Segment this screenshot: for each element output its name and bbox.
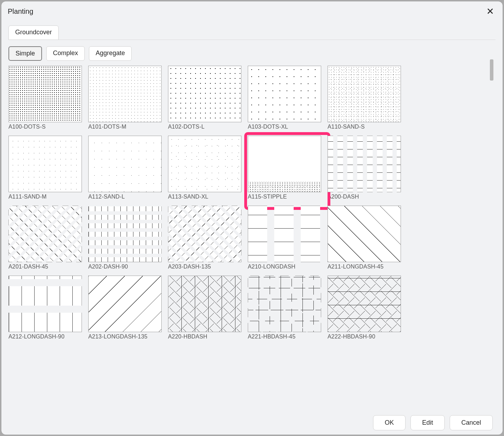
pattern-a100-dots-s[interactable]: A100-DOTS-S [8, 66, 82, 130]
filter-complex[interactable]: Complex [46, 46, 85, 61]
pattern-label: A101-DOTS-M [88, 124, 162, 130]
pattern-label: A112-SAND-L [88, 194, 162, 200]
pattern-a113-sand-xl[interactable]: A113-SAND-XL [168, 136, 241, 200]
pattern-label: A102-DOTS-L [168, 124, 241, 130]
pattern-label: A201-DASH-45 [8, 264, 82, 270]
pattern-a102-dots-l[interactable]: A102-DOTS-L [168, 66, 241, 130]
pattern-label: A210-LONGDASH [248, 264, 321, 270]
pattern-label: A203-DASH-135 [168, 264, 241, 270]
pattern-a220-hbdash[interactable]: A220-HBDASH [168, 276, 241, 340]
content-area: Groundcover Simple Complex Aggregate A10… [1, 21, 503, 435]
pattern-swatch [328, 276, 401, 332]
dialog-footer: OK Edit Cancel [1, 411, 503, 435]
pattern-a213-longdash-135[interactable]: A213-LONGDASH-135 [88, 276, 162, 340]
pattern-swatch [8, 276, 82, 332]
tabs: Groundcover [8, 25, 496, 40]
filter-simple[interactable]: Simple [8, 46, 42, 61]
pattern-swatch [248, 206, 321, 262]
pattern-label: A200-DASH [328, 194, 401, 200]
pattern-label: A100-DOTS-S [8, 124, 82, 130]
close-icon[interactable]: ✕ [484, 5, 496, 17]
pattern-a211-longdash-45[interactable]: A211-LONGDASH-45 [328, 206, 401, 270]
pattern-label: A221-HBDASH-45 [248, 334, 321, 340]
pattern-label: A103-DOTS-XL [248, 124, 321, 130]
pattern-swatch [328, 206, 401, 262]
pattern-a101-dots-m[interactable]: A101-DOTS-M [88, 66, 162, 130]
pattern-swatch [88, 206, 162, 262]
pattern-swatch [168, 276, 241, 332]
pattern-label: A222-HBDASH-90 [328, 334, 401, 340]
pattern-a222-hbdash-90[interactable]: A222-HBDASH-90 [328, 276, 401, 340]
pattern-a115-stipple[interactable]: A115-STIPPLE [248, 136, 321, 200]
tabs-underline [8, 40, 496, 40]
pattern-swatch [168, 136, 241, 192]
pattern-swatch [8, 206, 82, 262]
pattern-a200-dash[interactable]: A200-DASH [328, 136, 401, 200]
scrollbar-thumb[interactable] [490, 59, 493, 81]
pattern-swatch [168, 66, 241, 122]
edit-button[interactable]: Edit [410, 415, 445, 430]
pattern-swatch [88, 66, 162, 122]
pattern-label: A110-SAND-S [328, 124, 401, 130]
pattern-swatch [8, 136, 82, 192]
pattern-swatch [248, 136, 321, 192]
pattern-a210-longdash[interactable]: A210-LONGDASH [248, 206, 321, 270]
planting-dialog: Planting ✕ Groundcover Simple Complex Ag… [1, 1, 503, 435]
pattern-a112-sand-l[interactable]: A112-SAND-L [88, 136, 162, 200]
pattern-a110-sand-s[interactable]: A110-SAND-S [328, 66, 401, 130]
pattern-a201-dash-45[interactable]: A201-DASH-45 [8, 206, 82, 270]
pattern-label: A212-LONGDASH-90 [8, 334, 82, 340]
pattern-swatch [8, 66, 82, 122]
filter-aggregate[interactable]: Aggregate [89, 46, 132, 61]
pattern-gallery: A100-DOTS-SA101-DOTS-MA102-DOTS-LA103-DO… [8, 66, 400, 340]
pattern-label: A213-LONGDASH-135 [88, 334, 162, 340]
pattern-label: A202-DASH-90 [88, 264, 162, 270]
pattern-swatch [328, 66, 401, 122]
pattern-a221-hbdash-45[interactable]: A221-HBDASH-45 [248, 276, 321, 340]
cancel-button[interactable]: Cancel [450, 415, 493, 430]
pattern-label: A115-STIPPLE [248, 194, 321, 200]
pattern-swatch [248, 66, 321, 122]
ok-button[interactable]: OK [373, 415, 406, 430]
pattern-a111-sand-m[interactable]: A111-SAND-M [8, 136, 82, 200]
pattern-swatch [88, 136, 162, 192]
pattern-a103-dots-xl[interactable]: A103-DOTS-XL [248, 66, 321, 130]
pattern-label: A211-LONGDASH-45 [328, 264, 401, 270]
pattern-a202-dash-90[interactable]: A202-DASH-90 [88, 206, 162, 270]
titlebar: Planting ✕ [1, 1, 503, 21]
pattern-label: A111-SAND-M [8, 194, 82, 200]
dialog-title: Planting [8, 7, 33, 16]
pattern-label: A220-HBDASH [168, 334, 241, 340]
pattern-a203-dash-135[interactable]: A203-DASH-135 [168, 206, 241, 270]
pattern-a212-longdash-90[interactable]: A212-LONGDASH-90 [8, 276, 82, 340]
pattern-swatch [88, 276, 162, 332]
pattern-swatch [168, 206, 241, 262]
filter-row: Simple Complex Aggregate [8, 46, 496, 61]
tab-groundcover[interactable]: Groundcover [8, 25, 59, 40]
pattern-swatch [248, 276, 321, 332]
pattern-label: A113-SAND-XL [168, 194, 241, 200]
pattern-swatch [328, 136, 401, 192]
